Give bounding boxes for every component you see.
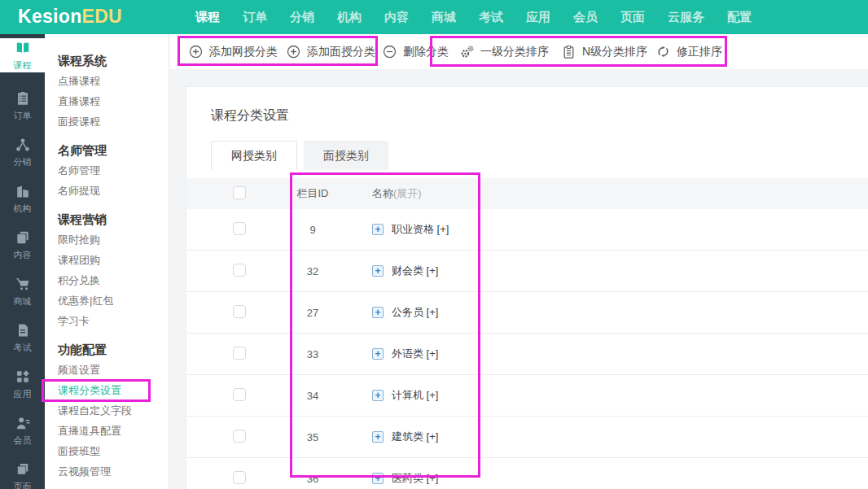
rail-item-mall[interactable]: 商城 — [0, 269, 45, 315]
rail-item-exam[interactable]: 考试 — [0, 315, 45, 361]
building-icon — [15, 183, 31, 199]
tab-offline-category[interactable]: 面授类别 — [304, 141, 388, 170]
row-checkbox[interactable] — [233, 471, 246, 484]
expand-plus-icon[interactable]: + — [372, 431, 384, 443]
rail-item-courses[interactable]: 课程 — [0, 38, 45, 72]
topnav-item-pages[interactable]: 页面 — [620, 10, 645, 25]
row-id: 27 — [260, 307, 366, 319]
refresh-icon — [656, 45, 670, 59]
row-id: 35 — [260, 431, 366, 443]
rail-item-label: 会员 — [14, 434, 32, 447]
row-checkbox[interactable] — [233, 430, 246, 443]
category-settings-card: 课程分类设置 网授类别 面授类别 栏目ID 名称(展开) 9 +职业资格 [+]… — [186, 86, 868, 489]
sidebar-item-offline-courses[interactable]: 面授课程 — [58, 111, 169, 132]
sidebar-item-cloud-video[interactable]: 云视频管理 — [58, 461, 169, 482]
rail-item-label: 分销 — [14, 156, 32, 168]
rail-item-institution[interactable]: 机构 — [0, 176, 45, 222]
add-offline-category-button[interactable]: 添加面授分类 — [287, 34, 375, 69]
plus-circle-icon — [189, 45, 203, 59]
expand-plus-icon[interactable]: + — [372, 348, 384, 360]
rail-item-label: 订单 — [14, 110, 32, 122]
toolbar-button-label: N级分类排序 — [582, 45, 647, 59]
tab-online-category[interactable]: 网授类别 — [211, 141, 297, 170]
first-level-sort-button[interactable]: 一级分类排序 — [460, 34, 549, 69]
rail-item-apps[interactable]: 应用 — [0, 361, 45, 408]
action-toolbar: 添加网授分类 添加面授分类 删除分类 一级分类排序 N级分类排序 修正排序 — [169, 34, 868, 69]
toolbar-button-label: 删除分类 — [403, 45, 449, 59]
row-checkbox[interactable] — [233, 264, 246, 277]
row-checkbox[interactable] — [233, 305, 246, 318]
topnav-item-courses[interactable]: 课程 — [195, 10, 220, 25]
rail-item-label: 考试 — [14, 342, 32, 354]
topnav-item-distribution[interactable]: 分销 — [290, 10, 314, 25]
topnav-item-members[interactable]: 会员 — [573, 10, 598, 25]
row-id: 34 — [260, 390, 366, 402]
category-name[interactable]: 职业资格 [+] — [392, 222, 449, 237]
table-row: 27 +公务员 [+] — [186, 292, 868, 334]
rail-item-members[interactable]: 会员 — [0, 408, 45, 454]
rail-item-distribution[interactable]: 分销 — [0, 129, 45, 176]
table-header-row: 栏目ID 名称(展开) — [186, 178, 868, 209]
column-header-expand-hint[interactable]: (展开) — [393, 187, 422, 199]
sidebar-menu: 课程系统 点播课程 直播课程 面授课程 名师管理 名师管理 名师提现 课程营销 … — [45, 34, 169, 489]
gears-icon — [460, 45, 474, 59]
row-checkbox[interactable] — [233, 222, 246, 235]
sidebar-item-live-courses[interactable]: 直播课程 — [58, 91, 169, 111]
app-logo: KesionEDU — [18, 6, 122, 28]
n-level-sort-button[interactable]: N级分类排序 — [562, 34, 647, 69]
rail-item-content[interactable]: 内容 — [0, 222, 45, 269]
cart-icon — [15, 276, 31, 292]
sidebar-item-teacher-withdraw[interactable]: 名师提现 — [58, 181, 169, 201]
sidebar-item-course-category-settings[interactable]: 课程分类设置 — [58, 380, 169, 400]
category-name[interactable]: 财会类 [+] — [392, 264, 438, 278]
expand-plus-icon[interactable]: + — [372, 265, 384, 277]
topnav-item-exam[interactable]: 考试 — [479, 10, 503, 25]
topnav-item-apps[interactable]: 应用 — [526, 10, 550, 25]
sidebar-item-live-props[interactable]: 直播道具配置 — [58, 421, 169, 441]
topnav-item-content[interactable]: 内容 — [384, 10, 409, 25]
add-online-category-button[interactable]: 添加网授分类 — [189, 34, 278, 69]
fix-sort-button[interactable]: 修正排序 — [656, 34, 722, 69]
category-name[interactable]: 外语类 [+] — [392, 347, 438, 361]
sidebar-item-flash-sale[interactable]: 限时抢购 — [58, 229, 169, 250]
table-row: 33 +外语类 [+] — [186, 334, 868, 375]
sidebar-item-coupons[interactable]: 优惠券|红包 — [58, 290, 169, 311]
category-name[interactable]: 公务员 [+] — [392, 305, 438, 320]
rail-item-orders[interactable]: 订单 — [0, 83, 45, 129]
menu-section-title: 名师管理 — [58, 142, 169, 159]
row-checkbox[interactable] — [233, 388, 246, 401]
category-name[interactable]: 计算机 [+] — [392, 388, 438, 403]
expand-plus-icon[interactable]: + — [372, 390, 384, 401]
exam-file-icon — [15, 322, 31, 338]
sidebar-item-points-exchange[interactable]: 积分兑换 — [58, 270, 169, 290]
row-checkbox[interactable] — [233, 347, 246, 360]
select-all-checkbox[interactable] — [233, 186, 246, 199]
sidebar-item-teacher-mgmt[interactable]: 名师管理 — [58, 160, 169, 181]
category-name[interactable]: 建筑类 [+] — [392, 430, 438, 444]
sidebar-item-offline-class-type[interactable]: 面授班型 — [58, 441, 169, 461]
topnav-item-cloud[interactable]: 云服务 — [668, 10, 704, 25]
row-id: 9 — [260, 224, 366, 236]
topnav-item-institution[interactable]: 机构 — [337, 10, 362, 25]
sidebar-item-vod-courses[interactable]: 点播课程 — [58, 71, 169, 91]
sidebar-item-channel-settings[interactable]: 频道设置 — [58, 360, 169, 380]
topnav-item-mall[interactable]: 商城 — [432, 10, 456, 25]
rail-item-pages[interactable]: 页面 — [0, 454, 45, 489]
sidebar-item-study-card[interactable]: 学习卡 — [58, 311, 169, 331]
minus-circle-icon — [383, 45, 397, 59]
column-header-name: 名称(展开) — [366, 186, 868, 201]
topnav-item-settings[interactable]: 配置 — [727, 10, 752, 25]
sidebar-item-custom-fields[interactable]: 课程自定义字段 — [58, 400, 169, 421]
menu-section-course-marketing: 课程营销 限时抢购 课程团购 积分兑换 优惠券|红包 学习卡 — [58, 212, 169, 331]
category-name[interactable]: 医药类 [+] — [392, 471, 438, 486]
member-icon — [15, 415, 31, 431]
rail-item-label: 课程 — [14, 59, 32, 72]
delete-category-button[interactable]: 删除分类 — [383, 34, 449, 69]
expand-plus-icon[interactable]: + — [372, 473, 384, 484]
sidebar-item-group-buy[interactable]: 课程团购 — [58, 250, 169, 270]
topnav-item-orders[interactable]: 订单 — [243, 10, 267, 25]
expand-plus-icon[interactable]: + — [372, 307, 384, 318]
logo-primary: Kesion — [18, 6, 81, 27]
expand-plus-icon[interactable]: + — [372, 224, 384, 235]
menu-section-title: 课程系统 — [58, 53, 169, 69]
